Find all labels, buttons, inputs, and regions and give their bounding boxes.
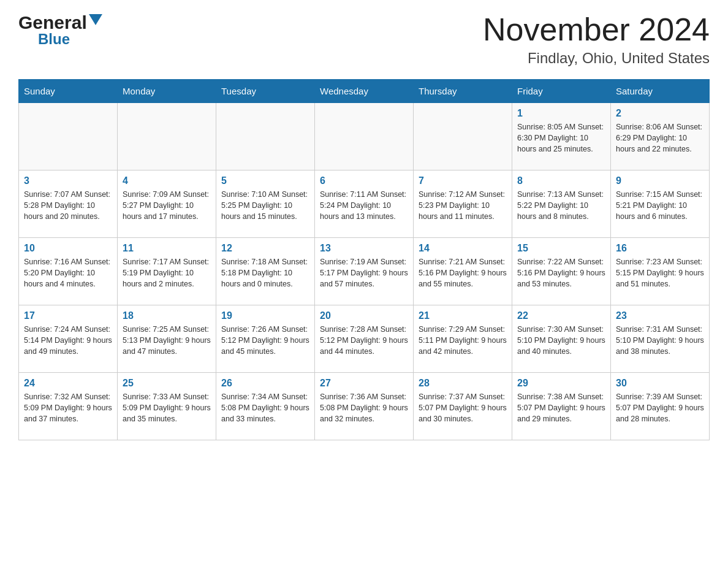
- day-info: Sunrise: 7:22 AM Sunset: 5:16 PM Dayligh…: [517, 256, 605, 289]
- calendar-cell: [19, 103, 118, 170]
- day-number: 27: [320, 378, 408, 389]
- svg-marker-0: [89, 14, 102, 25]
- day-info: Sunrise: 7:19 AM Sunset: 5:17 PM Dayligh…: [320, 256, 408, 289]
- day-info: Sunrise: 7:38 AM Sunset: 5:07 PM Dayligh…: [517, 391, 605, 424]
- calendar-week-4: 17Sunrise: 7:24 AM Sunset: 5:14 PM Dayli…: [19, 305, 710, 373]
- calendar-table: SundayMondayTuesdayWednesdayThursdayFrid…: [18, 79, 710, 440]
- day-info: Sunrise: 7:15 AM Sunset: 5:21 PM Dayligh…: [616, 189, 704, 222]
- title-block: November 2024 Findlay, Ohio, United Stat…: [483, 12, 710, 67]
- calendar-cell: 11Sunrise: 7:17 AM Sunset: 5:19 PM Dayli…: [118, 238, 216, 305]
- day-number: 14: [419, 243, 507, 254]
- day-number: 9: [616, 175, 704, 186]
- day-number: 5: [221, 175, 309, 186]
- day-number: 21: [419, 310, 507, 321]
- day-info: Sunrise: 7:34 AM Sunset: 5:08 PM Dayligh…: [221, 391, 309, 424]
- day-info: Sunrise: 7:31 AM Sunset: 5:10 PM Dayligh…: [616, 324, 704, 357]
- calendar-cell: 19Sunrise: 7:26 AM Sunset: 5:12 PM Dayli…: [216, 305, 315, 373]
- calendar-cell: 12Sunrise: 7:18 AM Sunset: 5:18 PM Dayli…: [216, 238, 315, 305]
- day-number: 4: [123, 175, 211, 186]
- day-info: Sunrise: 7:36 AM Sunset: 5:08 PM Dayligh…: [320, 391, 408, 424]
- day-number: 6: [320, 175, 408, 186]
- location-title: Findlay, Ohio, United States: [483, 50, 710, 67]
- calendar-cell: 2Sunrise: 8:06 AM Sunset: 6:29 PM Daylig…: [611, 103, 710, 170]
- calendar-week-5: 24Sunrise: 7:32 AM Sunset: 5:09 PM Dayli…: [19, 373, 710, 440]
- calendar-cell: 24Sunrise: 7:32 AM Sunset: 5:09 PM Dayli…: [19, 373, 118, 440]
- calendar-cell: 1Sunrise: 8:05 AM Sunset: 6:30 PM Daylig…: [512, 103, 611, 170]
- day-number: 18: [123, 310, 211, 321]
- day-number: 20: [320, 310, 408, 321]
- day-info: Sunrise: 7:26 AM Sunset: 5:12 PM Dayligh…: [221, 324, 309, 357]
- day-number: 7: [419, 175, 507, 186]
- day-number: 3: [24, 175, 112, 186]
- calendar-cell: 8Sunrise: 7:13 AM Sunset: 5:22 PM Daylig…: [512, 170, 611, 238]
- col-header-sunday: Sunday: [19, 80, 118, 103]
- day-info: Sunrise: 7:25 AM Sunset: 5:13 PM Dayligh…: [123, 324, 211, 357]
- day-number: 2: [616, 108, 704, 119]
- day-info: Sunrise: 7:18 AM Sunset: 5:18 PM Dayligh…: [221, 256, 309, 289]
- calendar-week-3: 10Sunrise: 7:16 AM Sunset: 5:20 PM Dayli…: [19, 238, 710, 305]
- calendar-cell: 13Sunrise: 7:19 AM Sunset: 5:17 PM Dayli…: [315, 238, 414, 305]
- page-header: General Blue November 2024 Findlay, Ohio…: [18, 12, 710, 67]
- logo-general-text: General: [18, 12, 87, 33]
- day-info: Sunrise: 7:16 AM Sunset: 5:20 PM Dayligh…: [24, 256, 112, 289]
- day-number: 1: [517, 108, 605, 119]
- calendar-cell: 28Sunrise: 7:37 AM Sunset: 5:07 PM Dayli…: [414, 373, 512, 440]
- calendar-cell: 26Sunrise: 7:34 AM Sunset: 5:08 PM Dayli…: [216, 373, 315, 440]
- calendar-cell: [414, 103, 512, 170]
- day-number: 22: [517, 310, 605, 321]
- calendar-cell: 25Sunrise: 7:33 AM Sunset: 5:09 PM Dayli…: [118, 373, 216, 440]
- day-info: Sunrise: 7:07 AM Sunset: 5:28 PM Dayligh…: [24, 189, 112, 222]
- day-number: 19: [221, 310, 309, 321]
- day-number: 16: [616, 243, 704, 254]
- day-info: Sunrise: 7:30 AM Sunset: 5:10 PM Dayligh…: [517, 324, 605, 357]
- calendar-cell: 10Sunrise: 7:16 AM Sunset: 5:20 PM Dayli…: [19, 238, 118, 305]
- day-number: 26: [221, 378, 309, 389]
- day-info: Sunrise: 7:32 AM Sunset: 5:09 PM Dayligh…: [24, 391, 112, 424]
- day-info: Sunrise: 7:28 AM Sunset: 5:12 PM Dayligh…: [320, 324, 408, 357]
- day-number: 25: [123, 378, 211, 389]
- col-header-saturday: Saturday: [611, 80, 710, 103]
- day-info: Sunrise: 8:05 AM Sunset: 6:30 PM Dayligh…: [517, 121, 605, 155]
- calendar-cell: 14Sunrise: 7:21 AM Sunset: 5:16 PM Dayli…: [414, 238, 512, 305]
- day-number: 29: [517, 378, 605, 389]
- calendar-cell: 22Sunrise: 7:30 AM Sunset: 5:10 PM Dayli…: [512, 305, 611, 373]
- day-info: Sunrise: 7:33 AM Sunset: 5:09 PM Dayligh…: [123, 391, 211, 424]
- day-number: 11: [123, 243, 211, 254]
- day-info: Sunrise: 7:13 AM Sunset: 5:22 PM Dayligh…: [517, 189, 605, 222]
- calendar-cell: 9Sunrise: 7:15 AM Sunset: 5:21 PM Daylig…: [611, 170, 710, 238]
- col-header-friday: Friday: [512, 80, 611, 103]
- logo-triangle-icon: [89, 14, 102, 31]
- day-number: 8: [517, 175, 605, 186]
- day-info: Sunrise: 7:21 AM Sunset: 5:16 PM Dayligh…: [419, 256, 507, 289]
- calendar-week-2: 3Sunrise: 7:07 AM Sunset: 5:28 PM Daylig…: [19, 170, 710, 238]
- calendar-cell: 27Sunrise: 7:36 AM Sunset: 5:08 PM Dayli…: [315, 373, 414, 440]
- calendar-week-1: 1Sunrise: 8:05 AM Sunset: 6:30 PM Daylig…: [19, 103, 710, 170]
- day-number: 17: [24, 310, 112, 321]
- col-header-monday: Monday: [118, 80, 216, 103]
- calendar-cell: [315, 103, 414, 170]
- day-number: 12: [221, 243, 309, 254]
- calendar-cell: 15Sunrise: 7:22 AM Sunset: 5:16 PM Dayli…: [512, 238, 611, 305]
- calendar-cell: [216, 103, 315, 170]
- day-number: 30: [616, 378, 704, 389]
- day-number: 13: [320, 243, 408, 254]
- calendar-cell: [118, 103, 216, 170]
- calendar-cell: 20Sunrise: 7:28 AM Sunset: 5:12 PM Dayli…: [315, 305, 414, 373]
- calendar-cell: 29Sunrise: 7:38 AM Sunset: 5:07 PM Dayli…: [512, 373, 611, 440]
- day-info: Sunrise: 7:39 AM Sunset: 5:07 PM Dayligh…: [616, 391, 704, 424]
- day-info: Sunrise: 8:06 AM Sunset: 6:29 PM Dayligh…: [616, 121, 704, 155]
- calendar-cell: 7Sunrise: 7:12 AM Sunset: 5:23 PM Daylig…: [414, 170, 512, 238]
- logo-blue-text: Blue: [38, 31, 70, 47]
- calendar-cell: 17Sunrise: 7:24 AM Sunset: 5:14 PM Dayli…: [19, 305, 118, 373]
- calendar-cell: 6Sunrise: 7:11 AM Sunset: 5:24 PM Daylig…: [315, 170, 414, 238]
- col-header-thursday: Thursday: [414, 80, 512, 103]
- day-info: Sunrise: 7:24 AM Sunset: 5:14 PM Dayligh…: [24, 324, 112, 357]
- calendar-cell: 5Sunrise: 7:10 AM Sunset: 5:25 PM Daylig…: [216, 170, 315, 238]
- day-number: 15: [517, 243, 605, 254]
- calendar-cell: 21Sunrise: 7:29 AM Sunset: 5:11 PM Dayli…: [414, 305, 512, 373]
- day-info: Sunrise: 7:23 AM Sunset: 5:15 PM Dayligh…: [616, 256, 704, 289]
- calendar-cell: 3Sunrise: 7:07 AM Sunset: 5:28 PM Daylig…: [19, 170, 118, 238]
- calendar-cell: 18Sunrise: 7:25 AM Sunset: 5:13 PM Dayli…: [118, 305, 216, 373]
- day-number: 24: [24, 378, 112, 389]
- logo: General Blue: [18, 12, 102, 48]
